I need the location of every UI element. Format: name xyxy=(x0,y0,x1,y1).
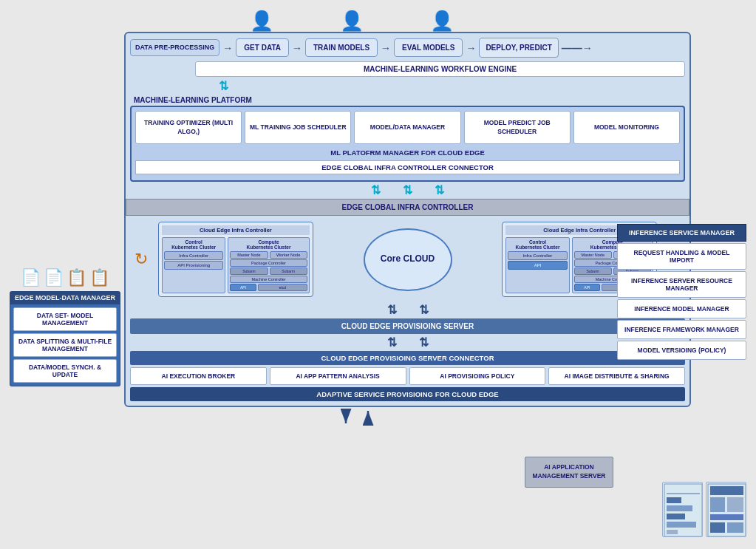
training-optimizer-box: TRAINING OPTIMIZER (MULTI ALGO,) xyxy=(135,111,242,144)
model-monitoring-box: MODEL MONITORING xyxy=(573,111,680,144)
deploy-predict-box: DEPLOY, PREDICT xyxy=(479,38,558,58)
svg-rect-41 xyxy=(667,514,685,519)
right-item-2: INFERENCE MODEL MANAGER xyxy=(617,299,746,318)
right-item-3: INFERENCE FRAMEWORK MANAGER xyxy=(617,320,746,339)
arrow-4: → xyxy=(466,42,476,54)
bottom-diagram-thumbs xyxy=(662,482,746,537)
middle-arrows: ⇅ ⇅ ⇅ xyxy=(130,183,685,197)
train-models-box: TRAIN MODELS xyxy=(305,38,378,57)
infra-controller: Infra Controller xyxy=(164,251,223,260)
bottom-boxes-row: AI EXECUTION BROKER AI APP PATTERN ANALY… xyxy=(130,367,685,385)
left-control-k8s: ControlKubernetes Cluster xyxy=(164,239,223,250)
ml-training-scheduler-box: ML TRAINING JOB SCHEDULER xyxy=(245,111,351,144)
arrow-2: → xyxy=(292,42,302,54)
left-panel-title: EDGE MODEL-DATA MANAGER xyxy=(10,291,120,304)
edge-infra-bar: EDGE CLOBAL INFRA CONTROLLER xyxy=(126,199,689,216)
diagram-thumb-1 xyxy=(662,482,703,537)
diagram-thumb-2 xyxy=(706,482,746,537)
user-icon-3: 👤 xyxy=(430,10,454,33)
left-panel-body: DATA SET- MODEL MANAGEMENT DATA SPLITTIN… xyxy=(10,304,120,386)
right-panel-title: INFERENCE SERVICE MANAGER xyxy=(617,224,746,242)
etcd-l: etcd xyxy=(258,284,307,291)
provisioning-server-bar: CLOUD EDGE PROVISIOING SERVER xyxy=(130,318,685,334)
get-data-box: GET DATA xyxy=(236,38,289,57)
data-preproc-box: DATA PRE-PROCESSING xyxy=(130,39,219,57)
master-node-r: Master Node xyxy=(574,251,612,259)
user-icon-1: 👤 xyxy=(250,10,273,33)
right-item-4: MODEL VERSIOING (POLICY) xyxy=(617,341,746,360)
machine-controller-l: Machine Controller xyxy=(230,276,307,283)
left-compute-k8s: ComputeKubernetes Cluster xyxy=(230,239,307,250)
left-cluster-box: Cloud Edge Infra Controller ControlKuber… xyxy=(158,222,313,297)
svg-rect-40 xyxy=(667,505,692,511)
left-item-1: DATA SET- MODEL MANAGEMENT xyxy=(13,307,117,331)
master-node-l: Master Node xyxy=(230,251,268,259)
doc-icons: 📄 📄 📋 📋 xyxy=(10,268,120,287)
svg-rect-50 xyxy=(727,522,743,533)
diagram-container: 👤 👤 👤 MODEL DATA ... Model xyxy=(0,0,756,549)
api-r2: API xyxy=(574,284,600,291)
ml-platform-inner: TRAINING OPTIMIZER (MULTI ALGO,) ML TRAI… xyxy=(130,106,685,182)
core-cloud: Core CLOUD xyxy=(319,228,497,291)
platform-arrows: ⇅ xyxy=(130,79,685,93)
right-control-k8s: ControlKubernetes Cluster xyxy=(508,239,567,250)
cloud-edge-connector: CLOUD EDGE PROVISIOING SERVER CONNECTOR xyxy=(130,351,685,365)
svg-rect-46 xyxy=(710,497,725,512)
left-cluster-title: Cloud Edge Infra Controller xyxy=(162,225,310,235)
ml-manager-label: ML PLATOFRM MANAGER FOR CLOUD EDGE xyxy=(135,147,680,158)
doc-icon-4: 📋 xyxy=(89,268,109,287)
arrow-3: → xyxy=(381,42,391,54)
ai-app-server: AI APPLICATION MANAGEMENT SERVER xyxy=(525,457,613,488)
ai-provisioning-policy: AI PROVISIOING POLICY xyxy=(409,367,546,385)
svg-rect-48 xyxy=(710,514,743,520)
model-data-manager-box: MODEL/DATA MANAGER xyxy=(354,111,460,144)
svg-rect-47 xyxy=(727,497,743,512)
doc-icon-1: 📄 xyxy=(21,268,41,287)
ai-execution-broker: AI EXECUTION BROKER xyxy=(130,367,267,385)
ai-app-pattern: AI APP PATTERN ANALYSIS xyxy=(270,367,406,385)
ml-workflow-engine-bar: MACHINE-LEARNING WORKFLOW ENGINE xyxy=(195,61,685,77)
left-item-2: DATA SPLITTING & MULTI-FILE MANAGEMENT xyxy=(13,333,117,357)
doc-icon-2: 📄 xyxy=(44,268,64,287)
svg-rect-45 xyxy=(710,486,743,495)
arrow-5: ——→ xyxy=(562,42,685,54)
user-icons-row: 👤 👤 👤 xyxy=(250,10,454,33)
arrow-1: → xyxy=(222,42,233,54)
worker-node-l: Worker Node xyxy=(270,251,307,259)
eval-models-box: EVAL MODELS xyxy=(394,38,463,57)
svg-rect-49 xyxy=(710,522,725,533)
orange-arrow-left: ↻ xyxy=(130,250,152,269)
subarm-l1: Subarm xyxy=(230,267,268,275)
down-arrows: ⇅ ⇅ xyxy=(130,303,685,317)
api-provisioning: API Provisioning xyxy=(164,261,223,270)
api-l: API xyxy=(230,284,256,291)
right-item-0: REQUEST HANDLING & MODEL IMPORT xyxy=(617,243,746,270)
platform-boxes-row: TRAINING OPTIMIZER (MULTI ALGO,) ML TRAI… xyxy=(135,111,680,144)
outer-blue-container: DATA PRE-PROCESSING → GET DATA → TRAIN M… xyxy=(124,32,691,407)
ai-image-distribute: AI IMAGE DISTRIBUTE & SHARING xyxy=(548,367,685,385)
svg-rect-39 xyxy=(667,497,681,503)
infra-controller-r: Infra Controller xyxy=(508,251,567,260)
right-inference-panel: INFERENCE SERVICE MANAGER REQUEST HANDLI… xyxy=(617,224,746,360)
package-controller-l: Package Controller xyxy=(230,259,307,267)
doc-icon-3: 📋 xyxy=(67,268,86,287)
left-item-3: DATA/MODEL SYNCH. & UPDATE xyxy=(13,359,117,383)
left-panel: 📄 📄 📋 📋 EDGE MODEL-DATA MANAGER DATA SET… xyxy=(10,268,120,386)
full-layout: 👤 👤 👤 MODEL DATA ... Model xyxy=(6,6,750,543)
adaptive-service-label: ADAPTIVE SERVICE PROVISIOING FOR CLOUD E… xyxy=(130,387,685,401)
ai-app-server-title: AI APPLICATION MANAGEMENT SERVER xyxy=(525,457,613,488)
ml-platform-label: MACHINE-LEARNING PLATFORM xyxy=(130,95,685,106)
workflow-row: DATA PRE-PROCESSING → GET DATA → TRAIN M… xyxy=(130,38,685,58)
right-item-1: INFERENCE SERVER RESOURCE MANAGER xyxy=(617,271,746,298)
svg-rect-42 xyxy=(667,522,696,528)
bottom-arrows: ⇅ ⇅ xyxy=(130,335,685,349)
clusters-section: ↻ Cloud Edge Infra Controller ControlKub… xyxy=(130,219,685,300)
api-r: API xyxy=(508,261,567,270)
edge-connector-bar: EDGE CLOBAL INFRA CONTROLLER CONNECTOR xyxy=(135,160,680,174)
svg-rect-43 xyxy=(667,530,678,534)
user-icon-2: 👤 xyxy=(340,10,364,33)
subarm-r1: Subarm xyxy=(574,267,612,275)
subarm-l2: Subarm xyxy=(270,267,307,275)
model-predict-scheduler-box: MODEL PREDICT JOB SCHEDULER xyxy=(464,111,571,144)
